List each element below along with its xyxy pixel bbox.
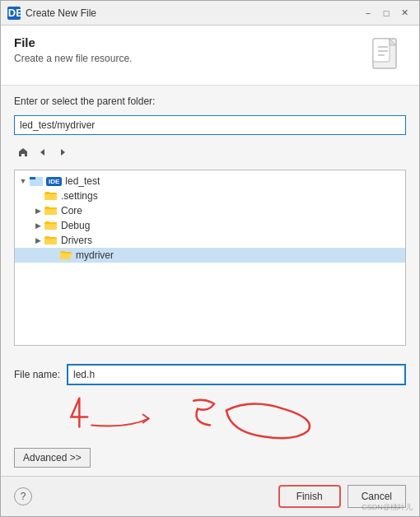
back-nav-button[interactable] xyxy=(34,143,52,161)
maximize-button[interactable]: □ xyxy=(378,7,394,20)
tree-item-label: led_test xyxy=(65,175,100,187)
folder-icon xyxy=(44,235,58,246)
folder-label: Enter or select the parent folder: xyxy=(14,95,406,107)
back-icon xyxy=(37,147,49,158)
annotation-area xyxy=(14,392,406,441)
tree-item-label: Core xyxy=(61,205,82,217)
tree-item-label: mydriver xyxy=(76,249,114,261)
tree-arrow-icon xyxy=(33,206,43,216)
tree-item-label: .settings xyxy=(61,190,98,202)
footer-buttons: Finish Cancel xyxy=(278,485,406,508)
file-icon-area xyxy=(366,35,406,75)
filename-input[interactable] xyxy=(67,364,406,385)
tree-arrow-icon xyxy=(33,235,43,245)
cancel-button[interactable]: Cancel xyxy=(348,485,406,508)
footer: ? Finish Cancel CSDN@桃叶儿 xyxy=(1,476,419,516)
advanced-button[interactable]: Advanced >> xyxy=(14,448,91,468)
titlebar: IDE Create New File − □ ✕ xyxy=(1,1,419,26)
ide-badge: IDE xyxy=(46,177,62,186)
header-subtitle: Create a new file resource. xyxy=(14,53,357,64)
tree-item-mydriver[interactable]: mydriver xyxy=(15,248,405,263)
folder-input[interactable] xyxy=(14,115,406,135)
svg-rect-1 xyxy=(373,39,390,62)
finish-button[interactable]: Finish xyxy=(278,485,341,508)
tree-item-led_test[interactable]: IDEled_test xyxy=(15,174,405,189)
annotation-svg xyxy=(14,392,406,441)
dialog-window: IDE Create New File − □ ✕ File Create a … xyxy=(0,0,420,517)
window-controls: − □ ✕ xyxy=(360,7,413,20)
tree-item-label: Debug xyxy=(61,220,90,231)
home-icon xyxy=(17,147,29,158)
tree-arrow-icon xyxy=(48,250,58,260)
tree-item-settings[interactable]: .settings xyxy=(15,189,405,203)
tree-item-core[interactable]: Core xyxy=(15,203,405,218)
navigation-bar xyxy=(14,142,406,163)
filename-label: File name: xyxy=(14,369,60,380)
main-content: Enter or select the parent folder: xyxy=(1,86,419,356)
tree-arrow-icon xyxy=(33,191,43,201)
tree-item-drivers[interactable]: Drivers xyxy=(15,233,405,248)
folder-icon xyxy=(44,190,58,202)
filename-row: File name: xyxy=(14,364,406,385)
home-nav-button[interactable] xyxy=(14,143,32,161)
folder-tree[interactable]: IDEled_test.settingsCoreDebugDriversmydr… xyxy=(14,170,406,346)
svg-rect-7 xyxy=(30,177,35,179)
app-icon: IDE xyxy=(7,7,21,20)
forward-nav-button[interactable] xyxy=(54,143,72,161)
tree-item-label: Drivers xyxy=(61,235,92,246)
bottom-section: File name: Advanced >> xyxy=(1,356,419,476)
header-title: File xyxy=(14,35,357,49)
close-button[interactable]: ✕ xyxy=(396,7,413,20)
folder-icon xyxy=(44,205,58,217)
tree-item-debug[interactable]: Debug xyxy=(15,218,405,233)
forward-icon xyxy=(57,147,68,158)
help-button[interactable]: ? xyxy=(14,487,32,505)
minimize-button[interactable]: − xyxy=(360,7,376,20)
folder-icon xyxy=(59,249,72,261)
file-icon xyxy=(366,35,406,75)
folder-icon xyxy=(30,175,43,187)
tree-arrow-icon xyxy=(18,176,28,186)
header-section: File Create a new file resource. xyxy=(1,26,419,86)
tree-arrow-icon xyxy=(33,221,43,231)
header-text: File Create a new file resource. xyxy=(14,35,357,64)
titlebar-title: Create New File xyxy=(26,7,355,19)
folder-icon xyxy=(44,220,58,231)
